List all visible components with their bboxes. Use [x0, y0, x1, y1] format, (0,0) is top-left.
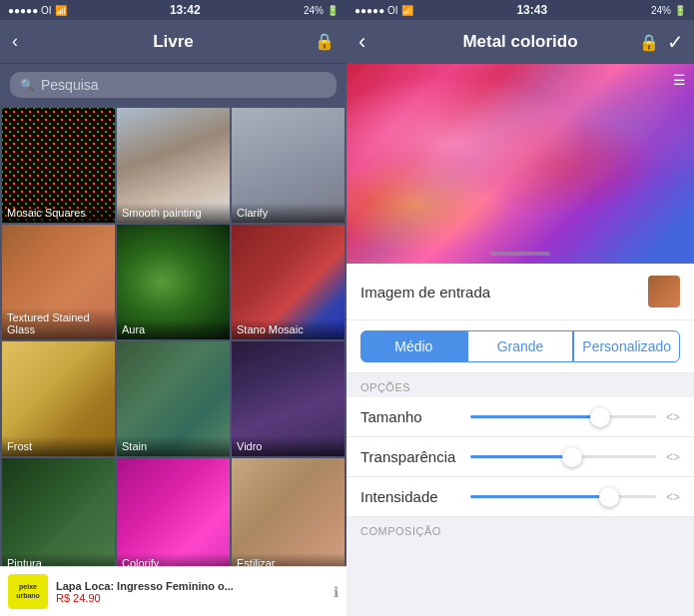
composicao-section-header: COMPOSIÇÃO	[347, 517, 694, 541]
lock-icon-left[interactable]: 🔒	[315, 32, 335, 51]
grid-item-vidro[interactable]: Vidro	[232, 341, 345, 456]
wifi-icon: 📶	[55, 5, 67, 16]
grid-item-estilizar[interactable]: Estilizar	[232, 458, 345, 566]
grid-item-estilizar-label: Estilizar	[232, 553, 345, 566]
filter-grid: Mosaic Squares Smooth painting Clarify T…	[0, 106, 347, 566]
nav-bar-left: ‹ Livre 🔒	[0, 20, 347, 64]
tamanho-fill	[470, 415, 600, 418]
tamanho-thumb[interactable]	[590, 407, 610, 427]
search-bar: 🔍 Pesquisa	[0, 64, 347, 106]
intensidade-label: Intensidade	[360, 488, 460, 505]
entrada-thumbnail	[648, 276, 680, 308]
right-panel: ●●●●● OI 📶 13:43 24% 🔋 ‹ Metal colorido …	[347, 0, 694, 616]
grid-item-smooth-label: Smooth painting	[117, 203, 230, 223]
grid-item-mosaic[interactable]: Mosaic Squares	[2, 108, 115, 223]
ad-title: Lapa Loca: Ingresso Feminino o...	[56, 580, 326, 592]
opcoes-section-header: OPÇÕES	[347, 373, 694, 397]
intensidade-fill	[470, 495, 609, 498]
ad-logo: peixeurbano	[8, 574, 48, 609]
grid-item-smooth[interactable]: Smooth painting	[117, 108, 230, 223]
intensidade-thumb[interactable]	[599, 487, 619, 507]
battery-right: 24%	[651, 5, 671, 16]
battery-icon-left: 🔋	[327, 5, 339, 16]
page-title-left: Livre	[153, 32, 194, 52]
ad-price: R$ 24.90	[56, 592, 326, 604]
ad-text: Lapa Loca: Ingresso Feminino o... R$ 24.…	[56, 580, 326, 604]
grid-item-aura[interactable]: Aura	[117, 225, 230, 339]
grid-item-vidro-label: Vidro	[232, 436, 345, 456]
tamanho-arrows: <>	[666, 410, 680, 424]
grid-item-stain[interactable]: Stain	[117, 341, 230, 456]
grid-item-estilizar-bg	[232, 458, 345, 566]
time-left: 13:42	[170, 3, 201, 17]
search-placeholder-text: Pesquisa	[41, 77, 99, 93]
grid-item-stano-label: Stano Mosaic	[232, 319, 345, 339]
wifi-icon-right: 📶	[401, 5, 413, 16]
status-right: 24% 🔋	[304, 5, 339, 16]
signal-text: ●●●●● OI	[8, 5, 52, 16]
signal-right: ●●●●● OI	[354, 5, 398, 16]
grid-item-textured[interactable]: Textured Stained Glass	[2, 225, 115, 339]
grid-item-stano[interactable]: Stano Mosaic	[232, 225, 345, 339]
grid-item-colorify-label: Colorify	[117, 553, 230, 566]
transparencia-fill	[470, 455, 572, 458]
bottom-ad[interactable]: peixeurbano Lapa Loca: Ingresso Feminino…	[0, 566, 347, 616]
lock-icon-right[interactable]: 🔒	[639, 33, 659, 52]
status-bar-right: ●●●●● OI 📶 13:43 24% 🔋	[347, 0, 694, 20]
battery-icon-right: 🔋	[674, 5, 686, 16]
grid-item-clarify[interactable]: Clarify	[232, 108, 345, 223]
grid-item-aura-label: Aura	[117, 319, 230, 339]
grid-item-textured-label: Textured Stained Glass	[2, 308, 115, 339]
grid-item-colorify[interactable]: Colorify	[117, 458, 230, 566]
menu-icon[interactable]: ☰	[673, 72, 686, 88]
transparencia-arrows: <>	[666, 450, 680, 464]
back-button-right[interactable]: ‹	[358, 29, 365, 55]
imagem-entrada-label: Imagem de entrada	[360, 284, 490, 301]
size-btn-medio[interactable]: Médio	[360, 330, 467, 362]
size-selector: Médio Grande Personalizado	[347, 320, 694, 373]
transparencia-label: Transparência	[360, 448, 460, 465]
battery-left: 24%	[304, 5, 324, 16]
time-right: 13:43	[516, 3, 547, 17]
grid-item-pintura-label: Pintura	[2, 553, 115, 566]
status-right-left: ●●●●● OI 📶	[354, 5, 413, 16]
nav-icons-right: 🔒 ✓	[639, 30, 684, 54]
grid-item-clarify-label: Clarify	[232, 203, 345, 223]
grid-item-colorify-bg	[117, 458, 230, 566]
tamanho-slider-row: Tamanho <>	[347, 397, 694, 437]
status-left: ●●●●● OI 📶	[8, 5, 67, 16]
preview-art	[347, 64, 694, 264]
grid-item-pintura[interactable]: Pintura	[2, 458, 115, 566]
intensidade-slider-row: Intensidade <>	[347, 477, 694, 517]
back-button-left[interactable]: ‹	[12, 31, 18, 52]
left-panel: ●●●●● OI 📶 13:42 24% 🔋 ‹ Livre 🔒 🔍 Pesqu…	[0, 0, 347, 616]
intensidade-track[interactable]	[470, 495, 656, 498]
imagem-entrada-row[interactable]: Imagem de entrada	[347, 264, 694, 320]
grid-item-pintura-bg	[2, 458, 115, 566]
grid-item-stain-label: Stain	[117, 436, 230, 456]
nav-bar-right: ‹ Metal colorido 🔒 ✓	[347, 20, 694, 64]
transparencia-slider-row: Transparência <>	[347, 437, 694, 477]
size-btn-personalizado[interactable]: Personalizado	[573, 330, 680, 362]
transparencia-track[interactable]	[470, 455, 656, 458]
tamanho-track[interactable]	[470, 415, 656, 418]
search-input-wrap[interactable]: 🔍 Pesquisa	[10, 72, 337, 98]
transparencia-thumb[interactable]	[562, 447, 582, 467]
page-title-right: Metal colorido	[462, 32, 577, 52]
size-btn-grande[interactable]: Grande	[467, 330, 574, 362]
tamanho-label: Tamanho	[360, 408, 460, 425]
intensidade-arrows: <>	[666, 490, 680, 504]
status-bar-left: ●●●●● OI 📶 13:42 24% 🔋	[0, 0, 347, 20]
search-icon: 🔍	[20, 78, 35, 92]
status-right-right: 24% 🔋	[651, 5, 686, 16]
check-icon-right[interactable]: ✓	[667, 30, 684, 54]
ad-info-icon[interactable]: ℹ	[334, 584, 339, 600]
grid-item-frost[interactable]: Frost	[2, 341, 115, 456]
grid-item-mosaic-label: Mosaic Squares	[2, 203, 115, 223]
right-content: Imagem de entrada Médio Grande Personali…	[347, 264, 694, 616]
preview-image: ☰	[347, 64, 694, 264]
grid-item-frost-label: Frost	[2, 436, 115, 456]
